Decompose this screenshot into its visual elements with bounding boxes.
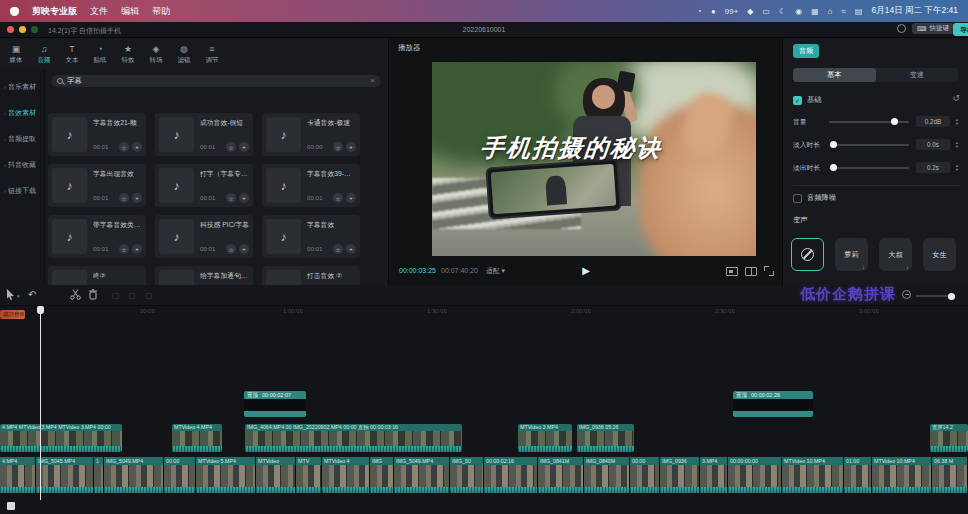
sound-effect-card[interactable]: ♪ 打字（字幕专用） 00:01 ☆ + [155, 164, 253, 207]
undo-icon[interactable]: ↶ [28, 289, 36, 301]
menubar-status-icon[interactable]: ◔ [697, 7, 702, 16]
slider-stepper[interactable]: ▴ ▾ [952, 164, 962, 172]
add-to-track-icon[interactable]: + [239, 142, 249, 152]
voice-option-uncle[interactable]: 大叔 ↓ [879, 238, 912, 271]
main-video-clip[interactable]: 06 38 M [932, 457, 968, 493]
basic-checkbox[interactable]: ✓ [793, 96, 802, 105]
menubar-status-icon[interactable]: ⌂ [828, 7, 833, 16]
favorite-star-icon[interactable]: ☆ [226, 142, 236, 152]
sound-effect-card[interactable]: ♪ 字幕音效39-打字 00:01 ☆ + [262, 164, 360, 207]
favorite-star-icon[interactable]: ☆ [226, 244, 236, 254]
toolbar-tab[interactable]: ◍ 滤镜 [170, 38, 198, 70]
ratio-icon[interactable] [745, 267, 757, 276]
favorite-star-icon[interactable]: ☆ [333, 244, 343, 254]
voice-option-none[interactable] [791, 238, 824, 271]
slider-value[interactable]: 0.2s [916, 162, 950, 173]
toolbar-tab[interactable]: ≡ 调节 [198, 38, 226, 70]
main-video-clip[interactable]: IMG_0840M [584, 457, 630, 493]
menubar-status-icon[interactable]: ≈ [842, 7, 846, 16]
menubar-menu-item[interactable]: 文件 [90, 5, 108, 18]
sound-effect-card[interactable]: ♪ 字幕音效 00:01 ☆ + [262, 215, 360, 258]
sidebar-category-item[interactable]: › 音频提取 [0, 126, 44, 152]
main-video-clip[interactable]: 1 [94, 457, 104, 493]
play-button[interactable]: ▶ [582, 265, 590, 276]
favorite-star-icon[interactable]: ☆ [119, 193, 129, 203]
search-input[interactable] [67, 77, 366, 86]
apple-menu-icon[interactable] [10, 7, 19, 16]
menubar-status-icon[interactable]: ◆ [747, 7, 753, 16]
timeline-zoom-slider[interactable] [916, 295, 952, 297]
slider-knob[interactable] [830, 164, 837, 171]
slider-knob[interactable] [891, 118, 898, 125]
menubar-menu-item[interactable]: 帮助 [152, 5, 170, 18]
main-video-clip[interactable]: 3.MP4 [700, 457, 728, 493]
collapsed-text-clip[interactable]: 置顶 00:00:02:07 [244, 391, 306, 417]
zoom-out-icon[interactable] [902, 290, 911, 299]
menubar-status-icon[interactable]: 99+ [725, 7, 739, 16]
main-video-clip[interactable]: IMG_5049.MP4 [104, 457, 164, 493]
menubar-status-icon[interactable]: ● [711, 7, 716, 16]
sound-effect-card[interactable]: ♪ 科技感 PIC/字幕 00:01 ☆ + [155, 215, 253, 258]
sidebar-category-item[interactable]: › 音乐素材 [0, 74, 44, 100]
toolbar-tab[interactable]: T 文本 [58, 38, 86, 70]
main-video-clip[interactable]: 00:00:00:00 [728, 457, 782, 493]
export-button[interactable]: 导出 [953, 23, 968, 36]
overlay-video-clip[interactable]: IMG_0936 05:26 [577, 424, 634, 452]
sound-effect-card[interactable]: ♪ 咚② 00:01 ☆ + [48, 266, 146, 285]
main-video-clip[interactable]: MTVideo 4 [322, 457, 370, 493]
main-video-clip[interactable]: IMG_5049.MP4 [394, 457, 450, 493]
select-cursor-icon[interactable] [6, 289, 15, 300]
main-video-clip[interactable]: MTVideo 10.MP4 [872, 457, 932, 493]
main-video-clip[interactable]: IMG [370, 457, 394, 493]
favorite-star-icon[interactable]: ☆ [333, 193, 343, 203]
main-video-clip[interactable]: IMG_5045.MP4 [36, 457, 94, 493]
split-scissors-icon[interactable] [70, 289, 81, 300]
sound-effect-card[interactable]: ♪ 成功音效-很短 00:01 ☆ + [155, 113, 253, 156]
slider-track[interactable] [829, 167, 909, 169]
slider-stepper[interactable]: ▴ ▾ [952, 141, 962, 149]
overlay-video-clip[interactable]: 4.MP4 MTVideo 3.MP4 MTVideo 3.MP4 00:00 [0, 424, 122, 452]
main-video-clip[interactable]: IMG_0936 [660, 457, 700, 493]
add-to-track-icon[interactable]: + [239, 244, 249, 254]
audio-effect-clip[interactable]: 成功音效 [0, 310, 25, 319]
stepper-down-icon[interactable]: ▾ [956, 168, 958, 172]
main-video-clip[interactable]: 00:00 [630, 457, 660, 493]
main-video-clip[interactable]: MTV [296, 457, 322, 493]
slider-track[interactable] [829, 144, 909, 146]
slider-knob[interactable] [830, 141, 837, 148]
track-stub[interactable] [7, 502, 15, 510]
add-to-track-icon[interactable]: + [239, 193, 249, 203]
add-to-track-icon[interactable]: + [132, 244, 142, 254]
toolbar-tab[interactable]: ♫ 音频 [30, 38, 58, 70]
sound-effect-card[interactable]: ♪ 给字幕加逐句跳动 00:01 ☆ + [155, 266, 253, 285]
search-bar[interactable]: × [51, 75, 381, 87]
sidebar-category-item[interactable]: › 音效素材 [0, 100, 44, 126]
main-video-clip[interactable]: 00:00:02:16 [484, 457, 538, 493]
slider-track[interactable] [829, 121, 909, 123]
toolbar-tab[interactable]: ◈ 转场 [142, 38, 170, 70]
menubar-status-icon[interactable]: ▦ [811, 7, 819, 16]
stepper-down-icon[interactable]: ▾ [956, 122, 958, 126]
voice-option-girl[interactable]: 女生 [923, 238, 956, 271]
timeline-ruler[interactable]: 30:001:00:001:30:002:00:002:30:003:00:00 [0, 306, 968, 316]
sound-effect-card[interactable]: ♪ 字幕音效21-顺 00:01 ☆ + [48, 113, 146, 156]
picture-quality-icon[interactable] [726, 267, 738, 276]
shortcut-button[interactable]: ⌨ 快捷键 [912, 23, 954, 34]
help-icon[interactable] [897, 24, 906, 33]
menubar-status-icon[interactable]: ☾ [779, 7, 786, 16]
timeline-zoom-knob[interactable] [948, 293, 955, 300]
add-to-track-icon[interactable]: + [132, 142, 142, 152]
main-video-clip[interactable]: MTVideo 10.MP4 [782, 457, 844, 493]
overlay-video-clip[interactable]: 宽屏14.2 [930, 424, 968, 452]
toolbar-tab[interactable]: ★ 特效 [114, 38, 142, 70]
add-to-track-icon[interactable]: + [346, 193, 356, 203]
collapsed-text-clip[interactable]: 置顶 00:00:02:26 [733, 391, 813, 417]
menubar-status-icon[interactable]: ◉ [795, 7, 802, 16]
fullscreen-icon[interactable] [764, 266, 774, 276]
favorite-star-icon[interactable]: ☆ [119, 142, 129, 152]
inspector-tab[interactable]: 变速 [876, 68, 959, 82]
overlay-video-clip[interactable]: MTVideo 3.MP4 [518, 424, 572, 452]
sidebar-category-item[interactable]: › 抖音收藏 [0, 152, 44, 178]
reset-icon[interactable]: ↺ [952, 94, 960, 103]
main-video-clip[interactable]: 01:00 [844, 457, 872, 493]
